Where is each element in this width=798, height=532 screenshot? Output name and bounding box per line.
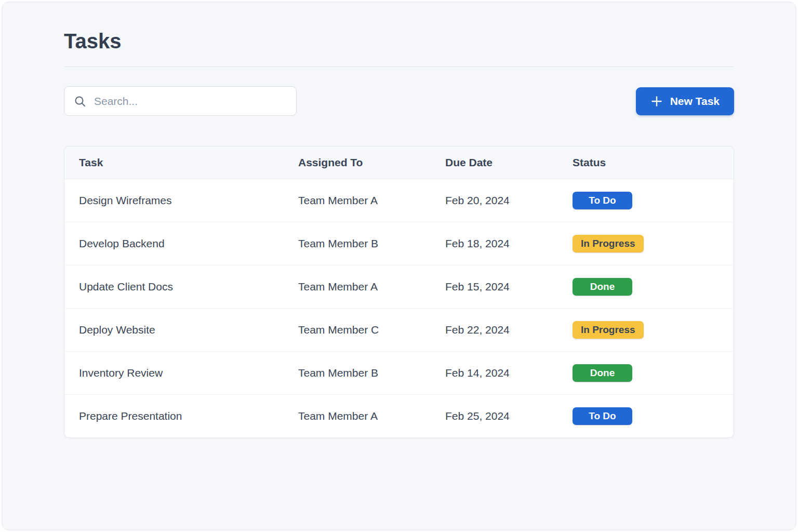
assigned-to: Team Member B [284,352,431,395]
due-date: Feb 20, 2024 [431,179,558,222]
column-header-due-date: Due Date [431,147,558,179]
due-date: Feb 15, 2024 [431,265,558,309]
assigned-to: Team Member A [284,265,431,309]
table-row[interactable]: Prepare Presentation Team Member A Feb 2… [64,395,734,438]
column-header-task: Task [64,147,284,179]
task-name: Prepare Presentation [64,395,284,438]
column-header-status: Status [558,147,734,179]
status-badge[interactable]: Done [573,364,632,382]
status-badge[interactable]: In Progress [573,235,644,252]
status-cell: In Progress [558,309,734,352]
due-date: Feb 14, 2024 [431,352,558,395]
status-cell: Done [558,352,734,395]
due-date: Feb 25, 2024 [431,395,558,438]
status-cell: To Do [558,179,734,222]
status-badge[interactable]: In Progress [573,321,644,339]
status-badge[interactable]: Done [573,278,632,296]
main-content: Tasks New Task [2,2,796,438]
assigned-to: Team Member B [284,222,431,265]
table-row[interactable]: Develop Backend Team Member B Feb 18, 20… [64,222,734,265]
tasks-table: Task Assigned To Due Date Status Design … [64,147,734,437]
page-title: Tasks [64,29,734,53]
table-row[interactable]: Design Wireframes Team Member A Feb 20, … [64,179,734,222]
search-icon [74,95,86,108]
plus-icon [650,95,663,108]
status-badge[interactable]: To Do [573,407,632,425]
title-divider [64,66,734,67]
table-row[interactable]: Inventory Review Team Member B Feb 14, 2… [64,352,734,395]
status-cell: To Do [558,395,734,438]
table-header-row: Task Assigned To Due Date Status [64,147,734,179]
due-date: Feb 18, 2024 [431,222,558,265]
column-header-assigned-to: Assigned To [284,147,431,179]
app-window: Tasks New Task [2,2,796,530]
new-task-button[interactable]: New Task [636,87,734,115]
status-cell: Done [558,265,734,309]
assigned-to: Team Member C [284,309,431,352]
task-name: Develop Backend [64,222,284,265]
new-task-label: New Task [670,95,720,108]
due-date: Feb 22, 2024 [431,309,558,352]
task-name: Deploy Website [64,309,284,352]
search-input[interactable] [93,95,287,108]
search-box[interactable] [64,86,297,116]
status-cell: In Progress [558,222,734,265]
task-name: Update Client Docs [64,265,284,309]
table-row[interactable]: Update Client Docs Team Member A Feb 15,… [64,265,734,309]
status-badge[interactable]: To Do [573,192,632,209]
assigned-to: Team Member A [284,179,431,222]
table-row[interactable]: Deploy Website Team Member C Feb 22, 202… [64,309,734,352]
tasks-table-card: Task Assigned To Due Date Status Design … [64,146,734,438]
assigned-to: Team Member A [284,395,431,438]
task-name: Design Wireframes [64,179,284,222]
toolbar: New Task [64,86,734,116]
task-name: Inventory Review [64,352,284,395]
